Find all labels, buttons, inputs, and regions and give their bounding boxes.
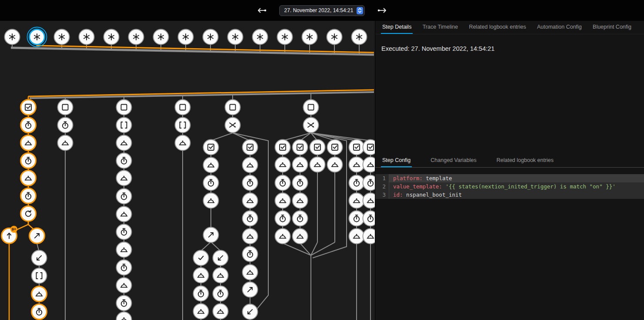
graph-node-delay-icon[interactable] xyxy=(117,153,132,168)
graph-node-delay-icon[interactable] xyxy=(363,211,375,226)
graph-node-service-icon[interactable] xyxy=(363,193,375,208)
graph-node-service-icon[interactable] xyxy=(363,229,375,244)
tab-automation-config[interactable]: Automation Config xyxy=(536,21,583,34)
graph-node-repeat-icon[interactable] xyxy=(21,206,36,221)
graph-node-delay-icon[interactable] xyxy=(58,118,73,133)
graph-node-service-icon[interactable] xyxy=(204,158,219,173)
graph-node-service-icon[interactable] xyxy=(21,171,36,186)
graph-node-service-icon[interactable] xyxy=(243,158,258,173)
graph-node-check-icon[interactable] xyxy=(194,251,209,266)
graph-node-condition-icon[interactable] xyxy=(243,140,258,155)
graph-node-condition-icon[interactable] xyxy=(204,140,219,155)
graph-node-trigger-icon[interactable] xyxy=(203,30,218,45)
graph-node-delay-icon[interactable] xyxy=(117,260,132,275)
graph-node-parallel-icon[interactable] xyxy=(304,118,319,133)
graph-node-trigger-icon[interactable] xyxy=(302,30,317,45)
graph-node-trigger-icon[interactable] xyxy=(104,30,119,45)
graph-node-service-icon[interactable] xyxy=(117,171,132,186)
graph-node-service-icon[interactable] xyxy=(117,312,132,320)
graph-node-trigger-icon[interactable] xyxy=(352,30,367,45)
graph-node-arrow-sw-icon[interactable] xyxy=(243,304,258,320)
graph-node-trigger-icon[interactable] xyxy=(54,30,70,45)
graph-node-brackets-icon[interactable] xyxy=(32,268,47,284)
graph-node-service-icon[interactable] xyxy=(243,265,258,280)
previous-run-button[interactable] xyxy=(256,5,268,16)
graph-node-service-icon[interactable] xyxy=(117,135,132,151)
graph-node-arrow-up-icon[interactable]: 9+ xyxy=(2,226,18,244)
graph-node-brackets-icon[interactable] xyxy=(175,118,190,133)
graph-node-trigger-icon[interactable] xyxy=(327,30,342,45)
graph-node-delay-icon[interactable] xyxy=(243,175,258,191)
graph-node-delay-icon[interactable] xyxy=(275,211,290,226)
graph-node-delay-icon[interactable] xyxy=(117,189,132,204)
graph-node-trigger-icon[interactable] xyxy=(79,30,94,45)
graph-node-condition-icon[interactable] xyxy=(275,140,290,155)
graph-node-service-icon[interactable] xyxy=(243,193,258,208)
graph-node-service-icon[interactable] xyxy=(349,157,364,172)
graph-node-arrow-sw-icon[interactable] xyxy=(213,251,228,266)
graph-node-service-icon[interactable] xyxy=(117,242,132,257)
graph-node-trigger-icon[interactable] xyxy=(253,30,268,45)
graph-node-option-icon[interactable] xyxy=(175,100,190,115)
graph-node-delay-icon[interactable] xyxy=(243,247,258,262)
graph-node-service-icon[interactable] xyxy=(32,287,47,302)
graph-node-delay-icon[interactable] xyxy=(293,175,308,191)
graph-node-condition-icon[interactable] xyxy=(21,100,36,115)
graph-node-delay-icon[interactable] xyxy=(21,188,36,204)
graph-node-trigger-icon[interactable] xyxy=(277,30,293,45)
graph-node-service-icon[interactable] xyxy=(349,229,364,244)
graph-node-service-icon[interactable] xyxy=(117,207,132,222)
graph-node-delay-icon[interactable] xyxy=(117,224,132,240)
graph-node-delay-icon[interactable] xyxy=(21,118,36,133)
tab-step-config[interactable]: Step Config xyxy=(381,154,412,167)
graph-node-service-icon[interactable] xyxy=(21,135,36,151)
graph-node-arrow-ne-icon[interactable] xyxy=(30,228,45,244)
graph-node-arrow-ne-icon[interactable] xyxy=(243,282,258,297)
tab-related-logbook-entries[interactable]: Related logbook entries xyxy=(467,21,527,34)
tab-changed-variables[interactable]: Changed Variables xyxy=(429,154,477,167)
graph-node-service-icon[interactable] xyxy=(175,135,190,151)
graph-node-condition-icon[interactable] xyxy=(327,140,343,155)
graph-node-trigger-icon[interactable] xyxy=(5,30,20,45)
graph-node-trigger-icon[interactable] xyxy=(178,30,194,45)
graph-node-delay-icon[interactable] xyxy=(117,296,132,311)
graph-node-service-icon[interactable] xyxy=(194,268,209,283)
graph-node-service-icon[interactable] xyxy=(310,157,325,172)
graph-node-trigger-icon[interactable] xyxy=(153,30,169,45)
graph-node-trigger-icon[interactable] xyxy=(228,30,243,45)
graph-node-condition-icon[interactable] xyxy=(310,140,325,155)
graph-node-service-icon[interactable] xyxy=(275,229,290,244)
next-run-button[interactable] xyxy=(376,5,388,16)
graph-node-delay-icon[interactable] xyxy=(21,153,36,168)
graph-node-service-icon[interactable] xyxy=(194,304,209,319)
graph-node-service-icon[interactable] xyxy=(349,193,364,208)
graph-node-trigger-icon[interactable] xyxy=(27,27,47,47)
graph-node-arrow-sw-icon[interactable] xyxy=(32,251,47,266)
tab-blueprint-config[interactable]: Blueprint Config xyxy=(591,21,633,34)
automation-graph-panel[interactable]: 9+ xyxy=(0,21,375,320)
graph-node-parallel-icon[interactable] xyxy=(225,118,240,133)
graph-node-service-icon[interactable] xyxy=(213,304,228,319)
graph-node-service-icon[interactable] xyxy=(213,268,228,283)
graph-node-service-icon[interactable] xyxy=(363,157,375,172)
graph-node-service-icon[interactable] xyxy=(293,229,308,244)
graph-node-service-icon[interactable] xyxy=(293,193,308,208)
graph-node-arrow-ne-icon[interactable] xyxy=(204,228,219,243)
graph-node-service-icon[interactable] xyxy=(293,157,308,172)
graph-node-trigger-icon[interactable] xyxy=(129,30,144,45)
graph-node-service-icon[interactable] xyxy=(58,135,73,151)
graph-node-service-icon[interactable] xyxy=(204,193,219,208)
graph-node-delay-icon[interactable] xyxy=(363,175,375,191)
graph-node-service-icon[interactable] xyxy=(243,229,258,244)
graph-node-delay-icon[interactable] xyxy=(194,286,209,301)
graph-node-delay-icon[interactable] xyxy=(275,175,290,191)
graph-node-service-icon[interactable] xyxy=(327,157,343,172)
graph-node-condition-icon[interactable] xyxy=(293,140,308,155)
run-select[interactable]: 27. November 2022, 14:54:21 xyxy=(279,5,365,16)
tab-trace-timeline[interactable]: Trace Timeline xyxy=(421,21,460,34)
graph-node-option-icon[interactable] xyxy=(304,100,319,115)
graph-node-delay-icon[interactable] xyxy=(349,211,364,226)
graph-node-delay-icon[interactable] xyxy=(293,211,308,226)
tab-step-details[interactable]: Step Details xyxy=(381,21,413,34)
graph-node-brackets-icon[interactable] xyxy=(117,118,132,133)
